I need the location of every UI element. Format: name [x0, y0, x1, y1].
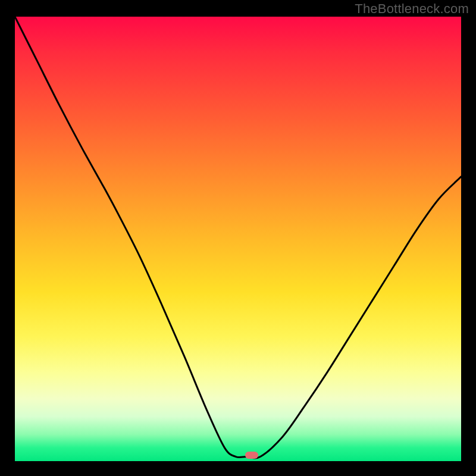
- chart-frame: TheBottleneck.com: [0, 0, 476, 476]
- optimal-point-marker: [245, 452, 258, 459]
- bottleneck-curve: [15, 17, 461, 461]
- watermark-text: TheBottleneck.com: [355, 1, 469, 17]
- plot-area: [15, 17, 461, 461]
